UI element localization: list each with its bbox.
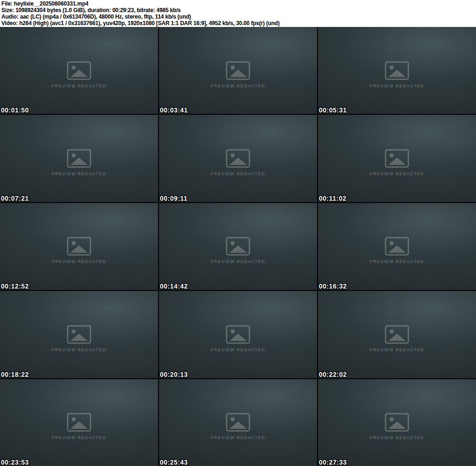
timestamp-label: 00:22:02	[319, 371, 347, 378]
video-thumbnail: preview redacted 00:22:02	[318, 291, 476, 378]
video-thumbnail: preview redacted 00:11:02	[318, 115, 476, 202]
redacted-label: preview redacted	[211, 259, 265, 264]
timestamp-label: 00:27:33	[319, 459, 347, 466]
video-thumbnail: preview redacted 00:01:50	[0, 27, 158, 114]
timestamp-label: 00:18:22	[1, 371, 29, 378]
video-thumbnail: preview redacted 00:05:31	[318, 27, 476, 114]
redacted-label: preview redacted	[370, 84, 424, 88]
timestamp-label: 00:01:50	[1, 106, 29, 114]
video-thumbnail: preview redacted 00:20:13	[159, 291, 317, 378]
redacted-label: preview redacted	[370, 171, 424, 176]
video-thumbnail: preview redacted 00:27:33	[318, 379, 476, 466]
timestamp-label: 00:09:11	[160, 195, 187, 202]
timestamp-label: 00:23:53	[1, 459, 29, 466]
redacted-label: preview redacted	[211, 84, 265, 88]
redacted-label: preview redacted	[370, 348, 424, 352]
redacted-label: preview redacted	[52, 348, 106, 352]
image-placeholder-icon	[385, 61, 409, 80]
redacted-label: preview redacted	[211, 435, 265, 440]
timestamp-label: 00:07:21	[1, 195, 29, 202]
video-info-line: Video: h264 (High) (avc1 / 0x31637661), …	[1, 20, 476, 26]
image-placeholder-icon	[385, 325, 409, 344]
image-placeholder-icon	[226, 61, 250, 80]
timestamp-label: 00:03:41	[160, 106, 188, 114]
image-placeholder-icon	[67, 149, 91, 168]
image-placeholder-icon	[67, 61, 91, 80]
timestamp-label: 00:25:43	[160, 459, 188, 466]
timestamp-label: 00:20:13	[160, 371, 188, 378]
image-placeholder-icon	[385, 413, 409, 432]
redacted-label: preview redacted	[52, 435, 106, 440]
image-placeholder-icon	[226, 149, 250, 168]
video-thumbnail: preview redacted 00:03:41	[159, 27, 317, 114]
timestamp-label: 00:14:42	[160, 282, 188, 290]
video-thumbnail: preview redacted 00:12:52	[0, 203, 158, 290]
video-thumbnail: preview redacted 00:07:21	[0, 115, 158, 202]
redacted-label: preview redacted	[52, 259, 106, 264]
redacted-label: preview redacted	[52, 84, 106, 88]
image-placeholder-icon	[226, 413, 250, 432]
redacted-label: preview redacted	[370, 435, 424, 440]
redacted-label: preview redacted	[211, 348, 265, 352]
file-info-header: File: heylixie__202508060331.mp4 Size: 1…	[0, 0, 476, 27]
timestamp-label: 00:11:02	[319, 195, 346, 202]
timestamp-label: 00:12:52	[1, 282, 29, 290]
video-thumbnail: preview redacted 00:25:43	[159, 379, 317, 466]
audio-info-line: Audio: aac (LC) (mp4a / 0x6134706D), 480…	[1, 13, 476, 20]
timestamp-label: 00:16:32	[319, 282, 347, 290]
image-placeholder-icon	[385, 237, 409, 256]
file-size-line: Size: 1098924304 bytes (1.0 GiB), durati…	[1, 7, 476, 13]
redacted-label: preview redacted	[211, 171, 265, 176]
image-placeholder-icon	[226, 325, 250, 344]
video-thumbnail: preview redacted 00:18:22	[0, 291, 158, 378]
video-thumbnail: preview redacted 00:16:32	[318, 203, 476, 290]
image-placeholder-icon	[226, 237, 250, 256]
timestamp-label: 00:05:31	[319, 106, 347, 114]
image-placeholder-icon	[67, 325, 91, 344]
image-placeholder-icon	[385, 149, 409, 168]
redacted-label: preview redacted	[370, 259, 424, 264]
video-thumbnail: preview redacted 00:23:53	[0, 379, 158, 466]
video-thumbnail: preview redacted 00:14:42	[159, 203, 317, 290]
redacted-label: preview redacted	[52, 171, 106, 176]
video-thumbnail: preview redacted 00:09:11	[159, 115, 317, 202]
thumbnail-grid: preview redacted 00:01:50 preview redact…	[0, 27, 476, 466]
file-name-line: File: heylixie__202508060331.mp4	[1, 0, 476, 7]
image-placeholder-icon	[67, 413, 91, 432]
image-placeholder-icon	[67, 237, 91, 256]
